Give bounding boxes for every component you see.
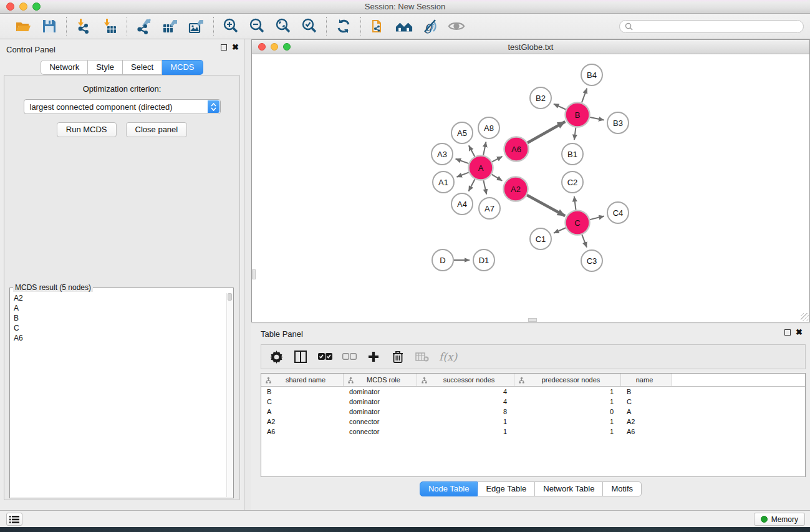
mcds-result-item[interactable]: C — [11, 323, 226, 333]
result-scrollbar[interactable] — [226, 293, 233, 497]
column-header-predecessor-nodes[interactable]: predecessor nodes — [514, 374, 621, 386]
zoom-out-icon[interactable] — [248, 17, 266, 35]
memory-button[interactable]: Memory — [754, 513, 805, 526]
graph-edge-A-A2[interactable] — [492, 175, 503, 181]
minimize-network-button[interactable] — [271, 43, 278, 51]
open-file-icon[interactable] — [14, 17, 32, 35]
select-all-icon[interactable] — [317, 349, 332, 364]
function-builder-icon[interactable]: f(x) — [439, 351, 457, 363]
table-cell[interactable]: 1 — [417, 417, 514, 427]
graph-edge-A-A6[interactable] — [492, 157, 502, 162]
close-table-panel-icon[interactable]: ✖ — [796, 329, 803, 336]
refresh-layout-icon[interactable] — [335, 17, 352, 35]
graph-edge-A-A7[interactable] — [483, 180, 486, 194]
table-cell[interactable]: dominator — [344, 397, 417, 407]
table-cell[interactable]: A6 — [261, 427, 344, 437]
table-cell[interactable]: 0 — [514, 407, 621, 417]
graph-node-A3[interactable]: A3 — [432, 143, 453, 165]
deselect-all-icon[interactable] — [342, 349, 357, 364]
graph-node-B3[interactable]: B3 — [607, 112, 629, 133]
graph-node-A2[interactable]: A2 — [504, 177, 528, 201]
tab-select[interactable]: Select — [123, 60, 162, 75]
graph-node-A6[interactable]: A6 — [504, 137, 529, 162]
import-network-icon[interactable] — [75, 17, 92, 35]
export-network-icon[interactable] — [135, 17, 153, 35]
table-cell[interactable]: A — [261, 407, 344, 417]
graph-edge-B-B2[interactable] — [554, 104, 566, 110]
table-cell[interactable]: connector — [344, 427, 417, 437]
tab-network[interactable]: Network — [41, 60, 88, 75]
graph-node-C2[interactable]: C2 — [562, 172, 583, 193]
table-row[interactable]: Cdominator41C — [261, 397, 805, 407]
run-mcds-button[interactable]: Run MCDS — [57, 122, 117, 137]
graph-edge-A-A3[interactable] — [456, 159, 469, 163]
zoom-selected-icon[interactable] — [301, 17, 318, 35]
search-box[interactable] — [619, 20, 804, 33]
table-cell[interactable]: A2 — [621, 417, 672, 427]
mcds-result-item[interactable]: B — [11, 313, 226, 323]
table-cell[interactable]: 1 — [514, 397, 621, 407]
import-table-icon[interactable] — [101, 17, 118, 35]
graph-edge-A-A5[interactable] — [469, 145, 475, 157]
table-cell[interactable]: 1 — [514, 387, 621, 397]
zoom-in-icon[interactable] — [222, 17, 239, 35]
zoom-fit-icon[interactable] — [274, 17, 292, 35]
table-cell[interactable]: C — [261, 397, 344, 407]
tab-node-table[interactable]: Node Table — [420, 481, 478, 496]
graph-node-B2[interactable]: B2 — [530, 87, 551, 109]
network-canvas[interactable]: B4B2BB3A5A8A6B1A3AA1C2A2A4A7C4CC1C3DD1 — [252, 54, 809, 322]
table-settings-gear-icon[interactable] — [269, 349, 284, 364]
mcds-result-item[interactable]: A6 — [11, 333, 226, 343]
export-image-icon[interactable] — [188, 17, 205, 35]
table-cell[interactable]: B — [621, 387, 672, 397]
graph-node-C3[interactable]: C3 — [581, 250, 602, 271]
table-cell[interactable]: 8 — [417, 407, 514, 417]
delete-column-icon[interactable] — [415, 349, 430, 364]
column-header-name[interactable]: name — [621, 374, 672, 386]
export-table-icon[interactable] — [162, 17, 179, 35]
vertical-scrollbar-nub[interactable] — [252, 269, 256, 279]
graph-node-A1[interactable]: A1 — [433, 172, 454, 193]
table-cell[interactable]: dominator — [344, 387, 417, 397]
horizontal-scrollbar-nub[interactable] — [528, 318, 537, 322]
table-row[interactable]: A6connector11A6 — [261, 427, 805, 437]
tab-mcds[interactable]: MCDS — [162, 60, 203, 75]
graph-node-C4[interactable]: C4 — [607, 202, 629, 223]
graph-edge-B-B1[interactable] — [574, 127, 576, 140]
resize-grip[interactable] — [801, 313, 809, 321]
tab-motifs[interactable]: Motifs — [603, 481, 642, 496]
graph-edge-A6-B[interactable] — [528, 122, 566, 143]
graph-edge-B-B4[interactable] — [582, 89, 587, 103]
optimization-criterion-select[interactable]: largest connected component (directed) — [24, 99, 221, 114]
tab-style[interactable]: Style — [88, 60, 123, 75]
table-cell[interactable]: dominator — [344, 407, 417, 417]
graph-node-C1[interactable]: C1 — [530, 228, 551, 249]
network-graph[interactable]: B4B2BB3A5A8A6B1A3AA1C2A2A4A7C4CC1C3DD1 — [252, 54, 809, 322]
graph-edge-A-A1[interactable] — [456, 172, 468, 177]
graph-node-B1[interactable]: B1 — [562, 143, 583, 165]
float-table-panel-icon[interactable] — [784, 329, 791, 336]
task-history-button[interactable] — [6, 513, 22, 526]
table-cell[interactable]: C — [621, 397, 672, 407]
minimize-window-button[interactable] — [19, 2, 27, 11]
table-cell[interactable]: 4 — [417, 387, 514, 397]
table-row[interactable]: A2connector11A2 — [261, 417, 805, 427]
column-header-shared-name[interactable]: shared name — [261, 374, 344, 386]
mcds-result-item[interactable]: A — [11, 303, 226, 313]
table-row[interactable]: Adominator80A — [261, 407, 805, 417]
table-cell[interactable]: A6 — [621, 427, 672, 437]
zoom-window-button[interactable] — [32, 2, 41, 11]
graph-edge-C-C1[interactable] — [554, 228, 566, 233]
graph-edge-A-A8[interactable] — [483, 142, 486, 155]
graph-node-B[interactable]: B — [566, 103, 590, 127]
close-network-button[interactable] — [258, 43, 266, 51]
save-session-icon[interactable] — [41, 17, 58, 35]
graph-edge-B-B3[interactable] — [590, 117, 604, 120]
table-cell[interactable]: A — [621, 407, 672, 417]
graph-node-A4[interactable]: A4 — [451, 193, 473, 215]
close-panel-button[interactable]: Close panel — [126, 122, 188, 137]
table-cell[interactable]: B — [261, 387, 344, 397]
delete-row-trash-icon[interactable] — [390, 349, 405, 364]
hide-selected-icon[interactable]: g — [422, 17, 439, 35]
show-hidden-eye-icon[interactable] — [448, 17, 465, 35]
